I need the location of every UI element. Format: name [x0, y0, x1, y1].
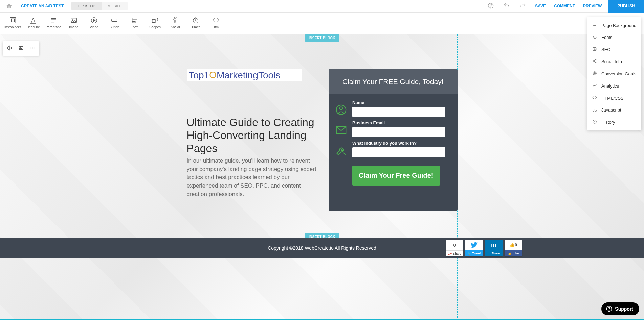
social-label: Social: [171, 25, 180, 29]
html-label: Html: [213, 25, 220, 29]
paragraph-tool[interactable]: Paragraph: [43, 17, 64, 29]
help-icon[interactable]: [486, 1, 496, 12]
undo-icon[interactable]: [501, 0, 512, 12]
comment-button[interactable]: COMMENT: [553, 4, 576, 8]
image-tool[interactable]: Image: [64, 17, 84, 29]
preview-button[interactable]: PREVIEW: [582, 4, 603, 8]
image-label: Image: [69, 25, 79, 29]
settings-fonts[interactable]: Az Fonts: [587, 31, 641, 33]
home-icon[interactable]: [3, 0, 15, 13]
video-tool[interactable]: Video: [84, 17, 104, 29]
mountain-icon: [592, 23, 597, 28]
create-ab-test-link[interactable]: CREATE AN A/B TEST: [18, 4, 67, 8]
shapes-tool[interactable]: Shapes: [145, 17, 165, 29]
svg-rect-12: [112, 19, 117, 21]
timer-label: Timer: [191, 25, 200, 29]
svg-rect-2: [10, 18, 16, 23]
top-right-actions: SAVE COMMENT PREVIEW PUBLISH: [486, 0, 644, 13]
html-tool[interactable]: Html: [206, 17, 226, 29]
mobile-tab[interactable]: MOBILE: [102, 2, 128, 10]
settings-page-background[interactable]: Page Background: [587, 19, 641, 31]
instablocks-tool[interactable]: Instablocks: [3, 17, 23, 29]
svg-point-1: [491, 7, 491, 7]
desktop-tab[interactable]: DESKTOP: [71, 2, 101, 10]
headline-tool[interactable]: Headline: [23, 17, 43, 29]
form-label: Form: [131, 25, 138, 29]
svg-rect-3: [11, 19, 14, 22]
timer-tool[interactable]: Timer: [185, 17, 206, 29]
save-button[interactable]: SAVE: [534, 4, 547, 8]
svg-rect-15: [132, 22, 135, 23]
svg-rect-14: [132, 20, 137, 21]
headline-label: Headline: [26, 25, 40, 29]
redo-icon[interactable]: [517, 0, 528, 12]
form-tool[interactable]: Form: [125, 17, 145, 29]
paragraph-label: Paragraph: [46, 25, 62, 29]
social-tool[interactable]: Social: [165, 17, 185, 29]
settings-dropdown: Page Background Az Fonts SEO Social Info…: [587, 17, 641, 33]
instablocks-label: Instablocks: [4, 25, 21, 29]
video-label: Video: [90, 25, 98, 29]
element-toolbar: Instablocks Headline Paragraph Image Vid…: [0, 13, 644, 33]
top-bar: CREATE AN A/B TEST DESKTOP MOBILE SAVE C…: [0, 0, 644, 13]
button-label: Button: [110, 25, 119, 29]
button-tool[interactable]: Button: [104, 17, 125, 29]
publish-button[interactable]: PUBLISH: [608, 0, 644, 13]
shapes-label: Shapes: [149, 25, 161, 29]
viewport-toggle: DESKTOP MOBILE: [71, 2, 128, 10]
svg-rect-13: [132, 18, 137, 19]
